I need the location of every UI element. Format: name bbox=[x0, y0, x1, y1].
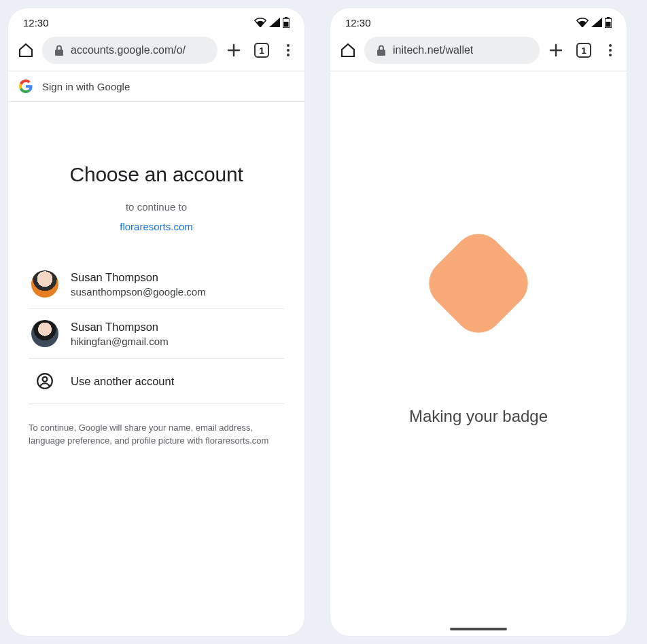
battery-icon bbox=[605, 17, 612, 28]
svg-rect-1 bbox=[285, 17, 287, 18]
tab-count[interactable]: 1 bbox=[254, 43, 269, 58]
continue-to-link[interactable]: floraresorts.com bbox=[29, 221, 284, 232]
home-icon[interactable] bbox=[18, 42, 34, 58]
url-text: accounts.google.com/o/ bbox=[71, 44, 186, 56]
use-another-account[interactable]: Use another account bbox=[29, 359, 284, 404]
account-row[interactable]: Susan Thompson susanthompson@google.com bbox=[29, 260, 284, 309]
use-another-label: Use another account bbox=[71, 375, 174, 388]
wifi-icon bbox=[254, 18, 266, 27]
cell-signal-icon bbox=[269, 18, 280, 27]
tab-count[interactable]: 1 bbox=[576, 43, 591, 58]
cell-signal-icon bbox=[591, 18, 602, 27]
status-time: 12:30 bbox=[345, 17, 371, 29]
new-tab-icon[interactable] bbox=[226, 42, 242, 58]
avatar bbox=[31, 320, 58, 347]
badge-shape-icon bbox=[419, 223, 538, 342]
svg-rect-10 bbox=[607, 17, 610, 18]
account-info: Susan Thompson hikingfan@gmail.com bbox=[71, 321, 169, 347]
browser-bar: accounts.google.com/o/ 1 bbox=[8, 33, 304, 71]
account-email: hikingfan@gmail.com bbox=[71, 336, 169, 347]
lock-icon bbox=[54, 45, 64, 56]
account-name: Susan Thompson bbox=[71, 321, 169, 334]
google-logo-icon bbox=[19, 79, 33, 93]
wifi-icon bbox=[576, 18, 589, 27]
svg-point-4 bbox=[287, 44, 290, 47]
svg-point-5 bbox=[287, 49, 290, 52]
svg-point-6 bbox=[287, 54, 290, 56]
account-row[interactable]: Susan Thompson hikingfan@gmail.com bbox=[29, 309, 284, 359]
svg-point-14 bbox=[609, 49, 612, 52]
status-icons bbox=[254, 17, 290, 28]
home-icon[interactable] bbox=[340, 42, 356, 58]
account-info: Susan Thompson susanthompson@google.com bbox=[71, 271, 206, 298]
lock-icon bbox=[377, 45, 386, 56]
avatar bbox=[31, 270, 58, 298]
status-icons bbox=[576, 17, 612, 28]
status-bar: 12:30 bbox=[330, 8, 627, 33]
svg-point-15 bbox=[609, 54, 612, 56]
content-left: Choose an account to continue to florare… bbox=[8, 102, 304, 636]
phone-right: 12:30 initech.net/wallet 1 Making your b… bbox=[330, 8, 627, 636]
nav-handle[interactable] bbox=[450, 628, 507, 630]
battery-icon bbox=[283, 17, 290, 28]
account-name: Susan Thompson bbox=[71, 271, 206, 284]
more-icon[interactable] bbox=[281, 43, 295, 57]
svg-point-8 bbox=[43, 377, 48, 382]
person-icon bbox=[36, 372, 54, 390]
svg-rect-3 bbox=[55, 50, 63, 56]
signin-header-label: Sign in with Google bbox=[42, 81, 130, 92]
svg-rect-2 bbox=[284, 22, 289, 27]
signin-header: Sign in with Google bbox=[8, 71, 304, 102]
url-text: initech.net/wallet bbox=[393, 44, 473, 56]
disclosure-text: To continue, Google will share your name… bbox=[29, 422, 284, 448]
content-right: Making your badge bbox=[330, 71, 627, 636]
svg-rect-12 bbox=[377, 50, 385, 56]
account-email: susanthompson@google.com bbox=[71, 286, 206, 298]
new-tab-icon[interactable] bbox=[548, 42, 564, 58]
url-bar[interactable]: initech.net/wallet bbox=[364, 37, 540, 64]
phone-left: 12:30 accounts.google.com/o/ 1 Sign in w… bbox=[8, 8, 304, 636]
status-bar: 12:30 bbox=[8, 8, 304, 33]
svg-point-13 bbox=[609, 44, 612, 47]
subtitle: to continue to bbox=[29, 201, 284, 213]
url-bar[interactable]: accounts.google.com/o/ bbox=[42, 37, 217, 64]
status-time: 12:30 bbox=[23, 17, 49, 29]
more-icon[interactable] bbox=[604, 43, 617, 57]
svg-rect-11 bbox=[606, 22, 611, 27]
page-title: Choose an account bbox=[29, 163, 284, 186]
browser-bar: initech.net/wallet 1 bbox=[330, 33, 627, 71]
account-list: Susan Thompson susanthompson@google.com … bbox=[29, 260, 284, 404]
badge-status-text: Making your badge bbox=[409, 407, 548, 426]
